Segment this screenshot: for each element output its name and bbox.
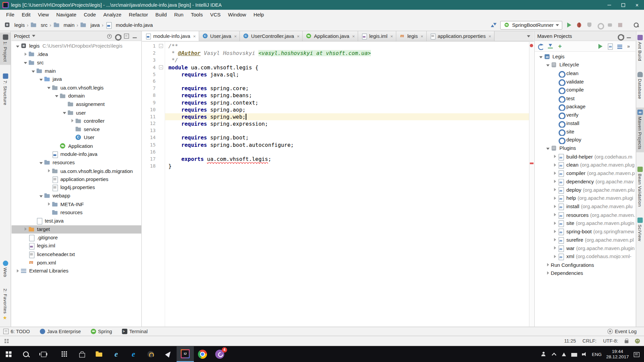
expand-arrow-icon[interactable]: [23, 227, 28, 231]
tree-item-build-helper[interactable]: build-helper(org.codehaus.m: [535, 153, 635, 161]
code-line[interactable]: requires spring.context;: [165, 99, 529, 106]
expand-arrow-icon[interactable]: [553, 246, 557, 250]
collapse-arrow-icon[interactable]: [16, 44, 20, 48]
breadcrumb-module-info-java[interactable]: module-info.java: [106, 22, 153, 28]
breadcrumb-java[interactable]: java: [80, 22, 100, 28]
tool-window-button-event-log[interactable]: Event Log: [607, 328, 637, 334]
expand-arrow-icon[interactable]: [553, 163, 557, 167]
tree-item-install[interactable]: install(org.apache.maven.plu: [535, 202, 635, 211]
close-icon[interactable]: ×: [390, 34, 393, 38]
expand-arrow-icon[interactable]: [553, 238, 557, 242]
tool-window-button-6-todo[interactable]: 6: TODO: [3, 328, 30, 334]
collapse-arrow-icon[interactable]: [55, 94, 59, 98]
hide-icon[interactable]: [626, 32, 633, 40]
code-area[interactable]: /** * @Author Vasyl Hoshovskyi <vasyl.ho…: [165, 43, 529, 170]
tree-item-meta-inf[interactable]: META-INF: [11, 200, 141, 208]
tree-item-main[interactable]: main: [11, 67, 141, 75]
tree-item-compiler[interactable]: compiler(org.apache.maven.p: [535, 169, 635, 178]
maximize-button[interactable]: [616, 0, 630, 10]
add-icon[interactable]: [556, 43, 564, 50]
menu-code[interactable]: Code: [80, 12, 100, 17]
code-line[interactable]: requires spring.aop;: [165, 106, 529, 113]
security-badge-icon[interactable]: [142, 346, 159, 362]
tree-item-clean[interactable]: clean: [535, 69, 635, 77]
tree-item-package[interactable]: package: [535, 103, 635, 111]
tree-item-run-configurations[interactable]: Run Configurations: [535, 261, 635, 269]
tree-item-service[interactable]: service: [11, 125, 141, 133]
code-line[interactable]: requires spring.boot;: [165, 134, 529, 141]
menu-build[interactable]: Build: [152, 12, 170, 17]
tool-window-button-java-enterprise[interactable]: Java Enterprise: [40, 328, 81, 334]
settings-gear-icon[interactable]: [617, 32, 624, 40]
expand-arrow-icon[interactable]: [553, 254, 557, 259]
collapse-arrow-icon[interactable]: [31, 69, 36, 73]
tree-item-verify[interactable]: verify: [535, 111, 635, 119]
tree-item-src[interactable]: src: [11, 59, 141, 67]
encoding[interactable]: UTF-8:: [603, 338, 618, 344]
line-ending[interactable]: CRLF:: [583, 338, 597, 344]
fold-icon[interactable]: -: [159, 65, 163, 69]
breadcrumb-src[interactable]: src: [31, 22, 48, 28]
tree-item-legis[interactable]: Legis: [535, 53, 635, 61]
collapse-arrow-icon[interactable]: [539, 54, 543, 59]
breadcrumb-main[interactable]: main: [53, 22, 74, 28]
fold-icon[interactable]: -: [159, 44, 163, 48]
tree-item-legis[interactable]: legisC:\Users\VH\Dropbox\Projects\legis: [11, 42, 141, 50]
code-line[interactable]: requires spring.expression;: [165, 120, 529, 127]
code-line[interactable]: requires spring.boot.autoconfigure;: [165, 141, 529, 148]
tree-item-application[interactable]: Application: [11, 142, 141, 150]
attach-icon[interactable]: [606, 21, 613, 29]
collapse-arrow-icon[interactable]: [39, 194, 43, 198]
tree-item-dependency[interactable]: dependency(org.apache.mav: [535, 178, 635, 186]
tree-item-log4j-properties[interactable]: log4j.properties: [11, 183, 141, 192]
breadcrumb-legis[interactable]: legis: [4, 22, 25, 28]
code-line[interactable]: * @Author Vasyl Hoshovskyi <vasyl.hoshov…: [165, 50, 529, 57]
collapse-arrow-icon[interactable]: [546, 63, 550, 67]
close-icon[interactable]: ×: [193, 34, 196, 38]
tree-item-java[interactable]: java: [11, 75, 141, 83]
tree-item-webapp[interactable]: webapp: [11, 192, 141, 200]
expand-arrow-icon[interactable]: [553, 188, 557, 192]
sort-icon[interactable]: [490, 21, 497, 29]
code-line[interactable]: }: [165, 163, 529, 170]
close-icon[interactable]: ×: [352, 34, 355, 38]
expand-arrow-icon[interactable]: [553, 213, 557, 217]
tree-item-resources[interactable]: resources: [11, 159, 141, 167]
cursor-tool-icon[interactable]: [159, 346, 176, 362]
tree-item-pom-xml[interactable]: pom.xml: [11, 258, 141, 267]
clock[interactable]: 19:44 28.12.2017: [606, 349, 629, 359]
tool-window-switcher-icon[interactable]: [4, 339, 9, 344]
tab-application-properties[interactable]: application.properties×: [427, 31, 494, 41]
tab-application-java[interactable]: Application.java×: [303, 31, 358, 41]
run-icon[interactable]: [565, 21, 573, 29]
expand-arrow-icon[interactable]: [553, 229, 557, 234]
code-line[interactable]: module ua.com.vhsoft.legis {: [165, 64, 529, 71]
close-icon[interactable]: ×: [488, 34, 491, 38]
profile-icon[interactable]: [596, 21, 603, 29]
menu-vcs[interactable]: VCS: [206, 12, 224, 17]
edge-icon[interactable]: e: [125, 346, 142, 362]
expand-arrow-icon[interactable]: [546, 263, 550, 267]
tree-item-plugins[interactable]: Plugins: [535, 144, 635, 153]
task-view-icon[interactable]: [35, 346, 52, 362]
viber-icon[interactable]: 4: [211, 346, 228, 362]
tree-item-test[interactable]: test: [535, 94, 635, 103]
tree-item-external-libraries[interactable]: External Libraries: [11, 267, 141, 275]
tree-item-user[interactable]: user: [11, 109, 141, 117]
code-line[interactable]: [165, 148, 529, 156]
tab-legis[interactable]: legis×: [396, 31, 426, 41]
code-line[interactable]: */: [165, 57, 529, 64]
tree-item-user[interactable]: User: [11, 133, 141, 142]
tree-item-spring-boot[interactable]: spring-boot(org.springframew: [535, 228, 635, 236]
tool-window-button-spring[interactable]: Spring: [91, 328, 112, 334]
expand-arrow-icon[interactable]: [70, 119, 74, 123]
tree-item-dependencies[interactable]: Dependencies: [535, 269, 635, 278]
menu-view[interactable]: View: [34, 12, 53, 17]
search-everywhere-icon[interactable]: [633, 21, 640, 29]
tree-item-resources[interactable]: resources: [11, 208, 141, 217]
hide-icon[interactable]: [131, 32, 139, 40]
tab-list-dropdown[interactable]: [525, 31, 534, 41]
expand-arrow-icon[interactable]: [23, 52, 28, 56]
code-line[interactable]: exports ua.com.vhsoft.legis;: [165, 156, 529, 163]
apps-grid-icon[interactable]: [56, 346, 73, 362]
